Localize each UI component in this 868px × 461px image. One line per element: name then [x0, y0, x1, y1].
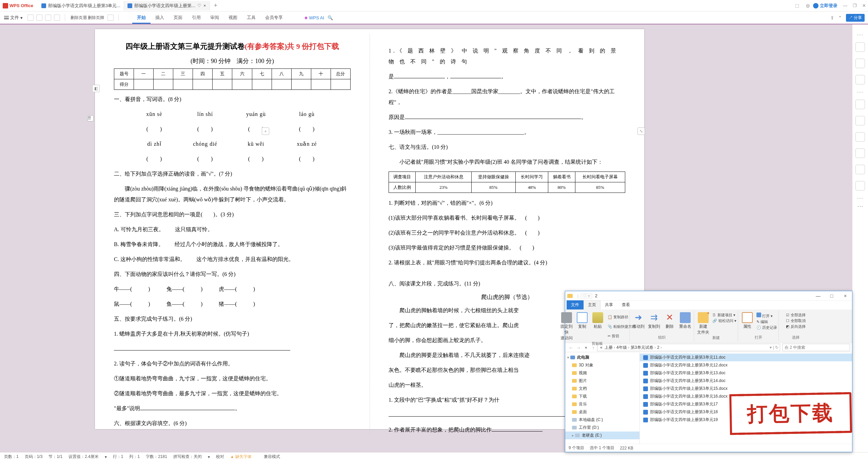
margin-handle-tl[interactable]: ◧ [92, 85, 100, 92]
copyto-button[interactable]: ⇉复制到 [646, 312, 662, 329]
select-inverse-button[interactable]: ◩ 反向选择 [786, 324, 805, 329]
history-button[interactable]: 🕘 历史记录 [756, 325, 777, 330]
file-row[interactable]: 部编版小学语文四年级上册第3单元15.docx [640, 385, 852, 393]
new-doc-icon[interactable] [27, 15, 34, 21]
nav-back-icon[interactable]: ← [567, 345, 575, 350]
cloud-icon[interactable]: ◎ [806, 3, 810, 8]
file-row[interactable]: 部编版小学语文四年级上册第3单元14.doc [640, 377, 852, 385]
exp-tab-share[interactable]: 共享 [600, 300, 617, 309]
side-select-icon[interactable] [855, 59, 865, 68]
explorer-fav[interactable]: ♡ ▾ [580, 293, 592, 299]
tree-docs[interactable]: 文档 [565, 385, 639, 393]
file-row[interactable]: 部编版小学语文四年级上册第3单元12.docx [640, 361, 852, 369]
side-translate-icon[interactable] [855, 181, 865, 191]
close-icon[interactable]: ✕ [862, 3, 866, 8]
nav-recent-icon[interactable]: ▾ [582, 345, 590, 350]
exp-tab-file[interactable]: 文件 [567, 300, 584, 309]
rename-button[interactable]: 重命名 [677, 312, 693, 329]
outline-toggle[interactable]: ⠿ [87, 115, 94, 121]
tab-insert[interactable]: 插入 [151, 12, 169, 24]
share-button[interactable]: ↗ 分享 [846, 14, 865, 22]
side-highlight-icon[interactable] [855, 75, 865, 84]
pin-button[interactable]: 固定到快 速访问 [559, 312, 574, 341]
exp-maximize-icon[interactable]: □ [825, 293, 839, 299]
file-row[interactable]: 部编版小学语文四年级上册第3单元11.doc [640, 354, 852, 361]
exp-close-icon[interactable]: × [839, 293, 852, 299]
undo-icon[interactable] [45, 15, 51, 21]
cloud-upload-icon[interactable]: ⇪ [830, 15, 834, 20]
tree-video[interactable]: 视频 [565, 369, 639, 377]
file-row[interactable]: 部编版小学语文四年级上册第3单元13.doc [640, 369, 852, 377]
side-ai-icon[interactable] [855, 100, 865, 109]
exp-tab-home[interactable]: 主页 [584, 300, 600, 309]
doc-tab-1[interactable]: 部编版小学语文四年级上册第3单元... [38, 1, 124, 11]
close-tab-icon[interactable]: × [203, 3, 206, 8]
minimize-icon[interactable]: — [843, 3, 847, 8]
delete-header-footer[interactable]: 删除页眉 删除页脚 [71, 15, 104, 21]
open-button[interactable]: 打开 ▾ [756, 312, 777, 319]
q5: 五、按要求完成句子练习。(6 分) [114, 314, 351, 324]
collapse-ribbon-icon[interactable]: ⌃ [838, 15, 842, 20]
quick-access-button[interactable]: 🔗 轻松访问 ▾ [712, 318, 736, 324]
copy-button[interactable]: 复制 [574, 312, 590, 341]
tab-start[interactable]: 开始 [132, 12, 151, 24]
side-ocr-icon[interactable] [855, 165, 865, 174]
side-export-icon[interactable] [855, 132, 865, 142]
tab-ref[interactable]: 引用 [187, 12, 205, 24]
side-divider: •••• [857, 33, 863, 36]
explorer-search-input[interactable] [782, 344, 850, 351]
side-image-icon[interactable] [855, 148, 865, 158]
exp-status-selected: 选中 1 个项目 [590, 445, 614, 451]
explorer-title: 2 [595, 293, 597, 298]
select-all-button[interactable]: ☑ 全部选择 [786, 312, 805, 318]
tab-page[interactable]: 页面 [169, 12, 187, 24]
side-more-icon[interactable]: ⋯ [857, 202, 863, 210]
properties-button[interactable]: 属性 [739, 312, 755, 330]
margin-handle-tc[interactable]: ＋ [262, 127, 269, 135]
exp-status-count: 9 个项目 [569, 445, 584, 451]
tree-pics[interactable]: 图片 [565, 377, 639, 385]
tab-review[interactable]: 审阅 [205, 12, 224, 24]
doc-tab-2[interactable]: 部编版小学语文四年级上册第...♡× [124, 1, 210, 11]
margin-handle-tr[interactable]: ⤡ [637, 127, 645, 135]
tree-drive-e[interactable]: ▸老硬盘 (E:) [565, 432, 639, 439]
tree-drive-c[interactable]: 本地磁盘 (C:) [565, 416, 639, 424]
menu-button[interactable]: 文件▾ [4, 15, 23, 21]
side-font-icon[interactable] [855, 116, 865, 125]
exp-tab-view[interactable]: 查看 [617, 300, 634, 309]
download-stamp[interactable]: 打包下载 [729, 392, 852, 435]
tree-this-pc[interactable]: ▾此电脑 [565, 354, 639, 361]
move-button[interactable]: ➜移动到 [631, 312, 646, 329]
exp-minimize-icon[interactable]: — [811, 293, 825, 299]
nav-forward-icon[interactable]: → [575, 345, 582, 350]
wps-ai-button[interactable]: ◆WPS AI [304, 15, 324, 20]
more-icon[interactable] [107, 15, 114, 21]
tree-download[interactable]: 下载 [565, 393, 639, 400]
redo-icon[interactable] [54, 15, 60, 21]
word-icon [41, 3, 46, 8]
tree-desktop[interactable]: 桌面 [565, 408, 639, 416]
delete-button[interactable]: ✕删除 [662, 312, 677, 329]
tree-music[interactable]: 音乐 [565, 400, 639, 408]
side-pen-icon[interactable] [855, 42, 865, 52]
new-tab-button[interactable]: + [210, 2, 222, 9]
missing-font-warning[interactable]: ▲ 缺失字体 [230, 454, 258, 460]
tab-vip[interactable]: 会员专享 [260, 12, 288, 24]
tree-drive-d[interactable]: 工作室 (D:) [565, 424, 639, 432]
tree-3d[interactable]: 3D 对象 [565, 361, 639, 369]
login-button[interactable]: 立即登录 [813, 3, 837, 9]
path-breadcrumb[interactable]: « 上册 4年级 第3单元试卷 2 ▾ | ↻ [597, 344, 780, 351]
new-folder-button[interactable]: 新建 文件夹 [695, 312, 711, 335]
select-none-button[interactable]: ☐ 全部取消 [786, 318, 805, 324]
restore-icon[interactable]: ❐ [853, 3, 857, 8]
tab-tools[interactable]: 工具 [242, 12, 260, 24]
paste-button[interactable]: 粘贴 [590, 312, 606, 341]
favorite-icon[interactable]: ♡ [197, 3, 201, 8]
search-icon[interactable]: 🔍 [328, 15, 333, 20]
tab-view[interactable]: 视图 [224, 12, 242, 24]
copyto-icon: ⇉ [649, 312, 659, 323]
print-icon[interactable] [36, 15, 42, 21]
cube-icon[interactable]: ⬚ [795, 3, 799, 8]
new-item-button[interactable]: 🗋 新建项目 ▾ [712, 312, 736, 318]
edit-button[interactable]: ✎ 编辑 [756, 319, 777, 325]
